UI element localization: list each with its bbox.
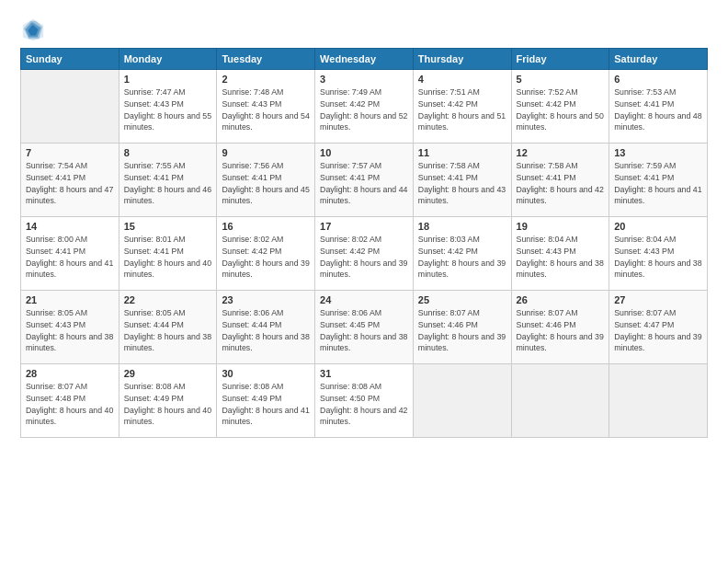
weekday-header-sunday: Sunday bbox=[21, 49, 119, 70]
calendar-week-row: 7Sunrise: 7:54 AMSunset: 4:41 PMDaylight… bbox=[21, 144, 708, 217]
sunrise-text: Sunrise: 8:05 AM bbox=[26, 307, 114, 319]
sunrise-text: Sunrise: 8:04 AM bbox=[517, 234, 605, 246]
calendar-week-row: 14Sunrise: 8:00 AMSunset: 4:41 PMDayligh… bbox=[21, 217, 708, 291]
daylight-text: Daylight: 8 hours and 39 minutes. bbox=[418, 258, 506, 282]
day-number: 24 bbox=[320, 294, 408, 305]
daylight-text: Daylight: 8 hours and 39 minutes. bbox=[222, 258, 310, 282]
day-number: 16 bbox=[222, 221, 310, 232]
sunset-text: Sunset: 4:41 PM bbox=[614, 172, 702, 184]
sunset-text: Sunset: 4:43 PM bbox=[26, 319, 114, 331]
calendar-cell: 9Sunrise: 7:56 AMSunset: 4:41 PMDaylight… bbox=[217, 144, 315, 217]
sunrise-text: Sunrise: 8:02 AM bbox=[320, 234, 408, 246]
day-info: Sunrise: 7:47 AMSunset: 4:43 PMDaylight:… bbox=[124, 86, 212, 133]
calendar-cell: 11Sunrise: 7:58 AMSunset: 4:41 PMDayligh… bbox=[413, 144, 511, 217]
day-number: 10 bbox=[320, 147, 408, 158]
sunrise-text: Sunrise: 8:03 AM bbox=[418, 234, 506, 246]
daylight-text: Daylight: 8 hours and 41 minutes. bbox=[222, 405, 310, 429]
daylight-text: Daylight: 8 hours and 48 minutes. bbox=[614, 110, 702, 134]
day-number: 5 bbox=[517, 74, 605, 85]
sunset-text: Sunset: 4:44 PM bbox=[222, 319, 310, 331]
calendar-cell bbox=[511, 364, 609, 438]
day-info: Sunrise: 7:56 AMSunset: 4:41 PMDaylight:… bbox=[222, 160, 310, 207]
day-info: Sunrise: 7:53 AMSunset: 4:41 PMDaylight:… bbox=[614, 86, 702, 133]
calendar-week-row: 21Sunrise: 8:05 AMSunset: 4:43 PMDayligh… bbox=[21, 291, 708, 364]
calendar-cell: 24Sunrise: 8:06 AMSunset: 4:45 PMDayligh… bbox=[315, 291, 414, 364]
daylight-text: Daylight: 8 hours and 54 minutes. bbox=[222, 110, 310, 134]
calendar-cell: 26Sunrise: 8:07 AMSunset: 4:46 PMDayligh… bbox=[511, 291, 609, 364]
sunset-text: Sunset: 4:42 PM bbox=[517, 98, 605, 110]
day-info: Sunrise: 8:05 AMSunset: 4:44 PMDaylight:… bbox=[124, 307, 212, 354]
day-info: Sunrise: 8:07 AMSunset: 4:46 PMDaylight:… bbox=[517, 307, 605, 354]
day-number: 6 bbox=[614, 74, 702, 85]
day-number: 8 bbox=[124, 147, 212, 158]
sunrise-text: Sunrise: 8:08 AM bbox=[124, 381, 212, 393]
calendar-cell: 27Sunrise: 8:07 AMSunset: 4:47 PMDayligh… bbox=[609, 291, 708, 364]
day-info: Sunrise: 8:01 AMSunset: 4:41 PMDaylight:… bbox=[124, 234, 212, 281]
calendar-cell: 29Sunrise: 8:08 AMSunset: 4:49 PMDayligh… bbox=[119, 364, 217, 438]
daylight-text: Daylight: 8 hours and 50 minutes. bbox=[517, 110, 605, 134]
calendar-cell: 25Sunrise: 8:07 AMSunset: 4:46 PMDayligh… bbox=[413, 291, 511, 364]
calendar-cell: 8Sunrise: 7:55 AMSunset: 4:41 PMDaylight… bbox=[119, 144, 217, 217]
daylight-text: Daylight: 8 hours and 40 minutes. bbox=[26, 405, 114, 429]
weekday-header-row: SundayMondayTuesdayWednesdayThursdayFrid… bbox=[21, 49, 708, 70]
daylight-text: Daylight: 8 hours and 41 minutes. bbox=[614, 184, 702, 208]
daylight-text: Daylight: 8 hours and 42 minutes. bbox=[517, 184, 605, 208]
day-number: 19 bbox=[517, 221, 605, 232]
sunset-text: Sunset: 4:47 PM bbox=[614, 319, 702, 331]
sunrise-text: Sunrise: 8:06 AM bbox=[320, 307, 408, 319]
page: SundayMondayTuesdayWednesdayThursdayFrid… bbox=[0, 0, 728, 563]
day-info: Sunrise: 7:55 AMSunset: 4:41 PMDaylight:… bbox=[124, 160, 212, 207]
calendar-cell: 4Sunrise: 7:51 AMSunset: 4:42 PMDaylight… bbox=[413, 70, 511, 144]
daylight-text: Daylight: 8 hours and 38 minutes. bbox=[320, 331, 408, 355]
calendar-week-row: 28Sunrise: 8:07 AMSunset: 4:48 PMDayligh… bbox=[21, 364, 708, 438]
day-info: Sunrise: 8:07 AMSunset: 4:48 PMDaylight:… bbox=[26, 381, 114, 428]
sunset-text: Sunset: 4:41 PM bbox=[418, 172, 506, 184]
calendar-cell: 20Sunrise: 8:04 AMSunset: 4:43 PMDayligh… bbox=[609, 217, 708, 291]
sunrise-text: Sunrise: 7:53 AM bbox=[614, 86, 702, 98]
sunset-text: Sunset: 4:48 PM bbox=[26, 393, 114, 405]
day-info: Sunrise: 7:48 AMSunset: 4:43 PMDaylight:… bbox=[222, 86, 310, 133]
sunrise-text: Sunrise: 8:06 AM bbox=[222, 307, 310, 319]
logo bbox=[20, 17, 50, 42]
day-number: 28 bbox=[26, 368, 114, 379]
calendar-cell: 14Sunrise: 8:00 AMSunset: 4:41 PMDayligh… bbox=[21, 217, 119, 291]
sunrise-text: Sunrise: 8:07 AM bbox=[418, 307, 506, 319]
sunset-text: Sunset: 4:41 PM bbox=[614, 98, 702, 110]
sunrise-text: Sunrise: 7:52 AM bbox=[517, 86, 605, 98]
day-number: 25 bbox=[418, 294, 506, 305]
calendar-cell: 6Sunrise: 7:53 AMSunset: 4:41 PMDaylight… bbox=[609, 70, 708, 144]
daylight-text: Daylight: 8 hours and 46 minutes. bbox=[124, 184, 212, 208]
day-number: 15 bbox=[124, 221, 212, 232]
calendar-cell: 22Sunrise: 8:05 AMSunset: 4:44 PMDayligh… bbox=[119, 291, 217, 364]
day-info: Sunrise: 7:51 AMSunset: 4:42 PMDaylight:… bbox=[418, 86, 506, 133]
calendar-cell: 21Sunrise: 8:05 AMSunset: 4:43 PMDayligh… bbox=[21, 291, 119, 364]
calendar-cell: 7Sunrise: 7:54 AMSunset: 4:41 PMDaylight… bbox=[21, 144, 119, 217]
sunset-text: Sunset: 4:45 PM bbox=[320, 319, 408, 331]
sunset-text: Sunset: 4:43 PM bbox=[517, 246, 605, 258]
daylight-text: Daylight: 8 hours and 42 minutes. bbox=[320, 405, 408, 429]
weekday-header-tuesday: Tuesday bbox=[217, 49, 315, 70]
sunrise-text: Sunrise: 7:49 AM bbox=[320, 86, 408, 98]
sunrise-text: Sunrise: 7:47 AM bbox=[124, 86, 212, 98]
daylight-text: Daylight: 8 hours and 39 minutes. bbox=[517, 331, 605, 355]
sunset-text: Sunset: 4:41 PM bbox=[517, 172, 605, 184]
day-number: 14 bbox=[26, 221, 114, 232]
sunset-text: Sunset: 4:41 PM bbox=[124, 246, 212, 258]
daylight-text: Daylight: 8 hours and 39 minutes. bbox=[320, 258, 408, 282]
day-info: Sunrise: 8:08 AMSunset: 4:49 PMDaylight:… bbox=[222, 381, 310, 428]
calendar-cell bbox=[413, 364, 511, 438]
day-number: 12 bbox=[517, 147, 605, 158]
day-info: Sunrise: 8:06 AMSunset: 4:45 PMDaylight:… bbox=[320, 307, 408, 354]
day-info: Sunrise: 8:07 AMSunset: 4:47 PMDaylight:… bbox=[614, 307, 702, 354]
daylight-text: Daylight: 8 hours and 41 minutes. bbox=[26, 258, 114, 282]
day-info: Sunrise: 7:52 AMSunset: 4:42 PMDaylight:… bbox=[517, 86, 605, 133]
calendar-cell: 19Sunrise: 8:04 AMSunset: 4:43 PMDayligh… bbox=[511, 217, 609, 291]
weekday-header-wednesday: Wednesday bbox=[315, 49, 414, 70]
daylight-text: Daylight: 8 hours and 40 minutes. bbox=[124, 258, 212, 282]
calendar-cell: 5Sunrise: 7:52 AMSunset: 4:42 PMDaylight… bbox=[511, 70, 609, 144]
sunset-text: Sunset: 4:43 PM bbox=[124, 98, 212, 110]
daylight-text: Daylight: 8 hours and 52 minutes. bbox=[320, 110, 408, 134]
day-number: 26 bbox=[517, 294, 605, 305]
day-info: Sunrise: 7:54 AMSunset: 4:41 PMDaylight:… bbox=[26, 160, 114, 207]
calendar-cell: 12Sunrise: 7:58 AMSunset: 4:41 PMDayligh… bbox=[511, 144, 609, 217]
